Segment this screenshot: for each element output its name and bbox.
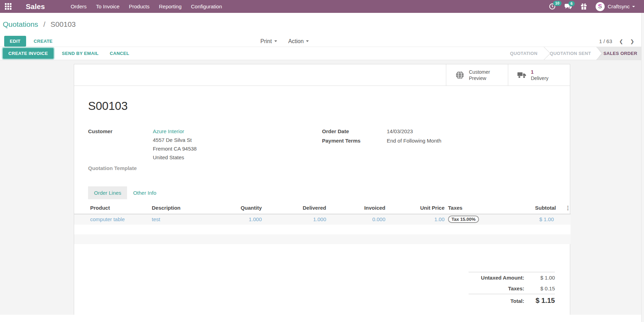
col-description: Description bbox=[152, 203, 223, 214]
table-header-row: Product Description Quantity Delivered I… bbox=[74, 203, 571, 214]
pager-previous-button[interactable]: ❮ bbox=[619, 39, 623, 44]
cell-product[interactable]: computer table bbox=[74, 214, 152, 225]
customer-address-line: United States bbox=[153, 153, 197, 162]
delivery-label: Delivery bbox=[531, 75, 549, 81]
form-statusbar: CREATE INVOICE SEND BY EMAIL CANCEL QUOT… bbox=[0, 47, 644, 60]
total-row: Total: $ 1.15 bbox=[469, 294, 555, 307]
edit-button[interactable]: EDIT bbox=[4, 36, 26, 47]
payment-terms-field: Payment Terms End of Following Month bbox=[322, 136, 441, 145]
delivery-count: 1 bbox=[531, 69, 549, 75]
payment-terms-label: Payment Terms bbox=[322, 136, 387, 145]
col-unit-price: Unit Price bbox=[385, 203, 445, 214]
globe-icon bbox=[455, 71, 464, 80]
button-box: Customer Preview 1 bbox=[74, 64, 570, 86]
main-menu: Orders To Invoice Products Reporting Con… bbox=[71, 3, 222, 9]
customer-preview-label-2: Preview bbox=[469, 75, 490, 81]
menu-to-invoice[interactable]: To Invoice bbox=[96, 3, 120, 9]
menu-orders[interactable]: Orders bbox=[71, 3, 87, 9]
customer-address-line: Fremont CA 94538 bbox=[153, 144, 197, 153]
notebook-tabs: Order Lines Other Info bbox=[88, 186, 556, 199]
create-button[interactable]: CREATE bbox=[34, 39, 53, 44]
chevron-down-icon bbox=[632, 6, 635, 7]
cancel-button[interactable]: CANCEL bbox=[110, 51, 129, 56]
tab-other-info[interactable]: Other Info bbox=[127, 186, 162, 199]
user-name: Craftsync bbox=[608, 3, 630, 9]
state-quotation[interactable]: QUOTATION bbox=[503, 47, 544, 60]
messages-menu[interactable]: 6 bbox=[564, 3, 572, 10]
sales-app-window: Sales Orders To Invoice Products Reporti… bbox=[0, 0, 644, 322]
untaxed-amount-row: Untaxed Amount: $ 1.00 bbox=[469, 272, 555, 283]
truck-icon bbox=[517, 72, 526, 79]
cell-delivered: 1.000 bbox=[262, 214, 326, 225]
order-line-row[interactable]: computer table test 1.000 1.000 0.000 1.… bbox=[74, 214, 571, 225]
user-avatar: S bbox=[596, 2, 605, 11]
top-navbar: Sales Orders To Invoice Products Reporti… bbox=[0, 0, 644, 13]
create-invoice-button[interactable]: CREATE INVOICE bbox=[3, 48, 54, 59]
form-view: Customer Preview 1 bbox=[0, 60, 644, 315]
print-dropdown[interactable]: Print bbox=[260, 38, 277, 45]
systray: 10 6 bbox=[549, 2, 640, 11]
left-field-group: Customer Azure Interior 4557 De Silva St… bbox=[88, 127, 322, 172]
state-quotation-sent[interactable]: QUOTATION SENT bbox=[544, 47, 597, 60]
activity-count-badge: 10 bbox=[553, 1, 561, 6]
nine-dot-grid-icon bbox=[5, 3, 11, 10]
menu-configuration[interactable]: Configuration bbox=[191, 3, 222, 9]
chevron-down-icon bbox=[306, 40, 309, 42]
chevron-down-icon bbox=[274, 40, 277, 42]
control-panel: Quotations / S00103 EDIT CREATE Print Ac… bbox=[0, 13, 644, 47]
quotation-template-field: Quotation Template bbox=[88, 164, 322, 172]
order-date-value: 14/03/2023 bbox=[387, 127, 413, 136]
taxes-row: Taxes: $ 0.15 bbox=[469, 283, 555, 294]
untaxed-amount-label: Untaxed Amount: bbox=[481, 275, 524, 281]
col-quantity: Quantity bbox=[223, 203, 262, 214]
rewards-menu[interactable] bbox=[581, 3, 587, 10]
tab-order-lines[interactable]: Order Lines bbox=[88, 186, 127, 199]
empty-row bbox=[74, 225, 571, 234]
message-count-badge: 6 bbox=[568, 1, 575, 6]
order-date-label: Order Date bbox=[322, 127, 387, 136]
delivery-button[interactable]: 1 Delivery bbox=[508, 64, 570, 86]
menu-products[interactable]: Products bbox=[129, 3, 149, 9]
breadcrumb-quotations[interactable]: Quotations bbox=[3, 20, 38, 28]
col-invoiced: Invoiced bbox=[326, 203, 385, 214]
payment-terms-value: End of Following Month bbox=[387, 136, 441, 145]
action-dropdown[interactable]: Action bbox=[288, 38, 309, 45]
totals-block: Untaxed Amount: $ 1.00 Taxes: $ 0.15 Tot… bbox=[469, 272, 555, 307]
total-value: $ 1.15 bbox=[524, 297, 555, 305]
pager-next-button[interactable]: ❯ bbox=[630, 39, 634, 44]
field-area: Customer Azure Interior 4557 De Silva St… bbox=[88, 127, 556, 172]
tax-badge: Tax 15.00% bbox=[448, 216, 479, 223]
customer-field: Customer Azure Interior 4557 De Silva St… bbox=[88, 127, 322, 162]
right-field-group: Order Date 14/03/2023 Payment Terms End … bbox=[322, 127, 441, 172]
apps-grid-icon[interactable] bbox=[4, 3, 12, 10]
page-title: S00103 bbox=[88, 98, 556, 114]
action-menus: Print Action bbox=[260, 38, 309, 45]
send-by-email-button[interactable]: SEND BY EMAIL bbox=[62, 51, 99, 56]
breadcrumb-current: S00103 bbox=[50, 20, 76, 28]
user-menu[interactable]: S Craftsync bbox=[596, 2, 635, 11]
customer-label: Customer bbox=[88, 127, 153, 162]
col-delivered: Delivered bbox=[262, 203, 326, 214]
sheet-body: S00103 Customer Azure Interior 4557 De S… bbox=[74, 98, 570, 199]
optional-columns-button[interactable]: ⋮ bbox=[565, 205, 571, 211]
untaxed-amount-value: $ 1.00 bbox=[524, 275, 555, 281]
pager-counter: 1 / 63 bbox=[599, 38, 612, 44]
customer-preview-button[interactable]: Customer Preview bbox=[446, 64, 508, 86]
scrollbar[interactable] bbox=[641, 13, 644, 322]
col-taxes: Taxes bbox=[445, 203, 535, 214]
col-product: Product bbox=[74, 203, 152, 214]
empty-row bbox=[74, 234, 571, 244]
taxes-label: Taxes: bbox=[508, 285, 524, 291]
customer-link[interactable]: Azure Interior bbox=[153, 127, 197, 136]
menu-reporting[interactable]: Reporting bbox=[159, 3, 181, 9]
gift-icon bbox=[581, 3, 587, 10]
customer-address-line: 4557 De Silva St bbox=[153, 136, 197, 144]
cell-invoiced: 0.000 bbox=[326, 214, 385, 225]
form-sheet: Customer Preview 1 bbox=[74, 64, 570, 315]
quotation-template-label: Quotation Template bbox=[88, 164, 153, 172]
app-name[interactable]: Sales bbox=[26, 2, 45, 11]
state-sales-order[interactable]: SALES ORDER bbox=[597, 47, 644, 60]
activity-menu[interactable]: 10 bbox=[549, 3, 556, 10]
control-panel-buttons: EDIT CREATE Print Action 1 / 63 ❮ ❯ bbox=[3, 36, 641, 47]
taxes-value: $ 0.15 bbox=[524, 285, 555, 291]
